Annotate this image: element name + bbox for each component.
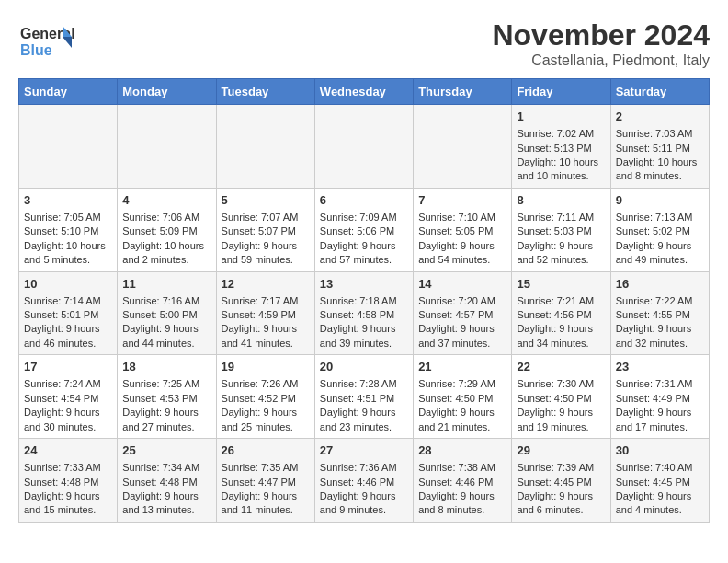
day-cell-2: 2Sunrise: 7:03 AM Sunset: 5:11 PM Daylig…: [610, 105, 709, 189]
empty-cell: [414, 105, 512, 189]
day-header-monday: Monday: [118, 79, 216, 105]
day-cell-25: 25Sunrise: 7:34 AM Sunset: 4:48 PM Dayli…: [118, 439, 216, 523]
header: General Blue November 2024 Castellania, …: [18, 18, 710, 69]
day-info: Sunrise: 7:34 AM Sunset: 4:48 PM Dayligh…: [122, 462, 199, 515]
day-number: 12: [222, 276, 310, 293]
day-cell-14: 14Sunrise: 7:20 AM Sunset: 4:57 PM Dayli…: [414, 271, 512, 355]
day-cell-29: 29Sunrise: 7:39 AM Sunset: 4:45 PM Dayli…: [512, 439, 610, 523]
day-info: Sunrise: 7:05 AM Sunset: 5:10 PM Dayligh…: [24, 212, 106, 265]
day-number: 29: [517, 442, 605, 459]
day-cell-26: 26Sunrise: 7:35 AM Sunset: 4:47 PM Dayli…: [216, 439, 314, 523]
day-cell-7: 7Sunrise: 7:10 AM Sunset: 5:05 PM Daylig…: [414, 188, 512, 271]
calendar-table: SundayMondayTuesdayWednesdayThursdayFrid…: [18, 78, 710, 523]
day-cell-3: 3Sunrise: 7:05 AM Sunset: 5:10 PM Daylig…: [19, 188, 118, 271]
day-number: 19: [222, 359, 310, 375]
day-cell-17: 17Sunrise: 7:24 AM Sunset: 4:54 PM Dayli…: [19, 355, 118, 439]
day-number: 20: [320, 359, 408, 375]
week-row-4: 17Sunrise: 7:24 AM Sunset: 4:54 PM Dayli…: [19, 355, 710, 439]
day-header-sunday: Sunday: [19, 79, 118, 105]
day-info: Sunrise: 7:03 AM Sunset: 5:11 PM Dayligh…: [616, 128, 698, 181]
day-header-saturday: Saturday: [610, 79, 709, 105]
day-info: Sunrise: 7:24 AM Sunset: 4:54 PM Dayligh…: [24, 378, 101, 431]
day-number: 27: [320, 442, 408, 459]
day-number: 24: [24, 442, 112, 459]
day-number: 5: [222, 192, 310, 209]
day-info: Sunrise: 7:13 AM Sunset: 5:02 PM Dayligh…: [616, 212, 693, 265]
day-number: 10: [24, 276, 112, 293]
day-number: 3: [24, 192, 112, 209]
day-header-wednesday: Wednesday: [314, 79, 413, 105]
day-info: Sunrise: 7:21 AM Sunset: 4:56 PM Dayligh…: [517, 295, 594, 349]
location: Castellania, Piedmont, Italy: [492, 52, 710, 69]
week-row-5: 24Sunrise: 7:33 AM Sunset: 4:48 PM Dayli…: [19, 439, 710, 523]
day-info: Sunrise: 7:33 AM Sunset: 4:48 PM Dayligh…: [24, 462, 101, 515]
day-number: 25: [122, 442, 210, 459]
day-info: Sunrise: 7:07 AM Sunset: 5:07 PM Dayligh…: [222, 212, 299, 265]
month-title: November 2024: [492, 18, 710, 52]
day-number: 11: [122, 276, 210, 293]
day-number: 14: [418, 276, 506, 293]
day-cell-12: 12Sunrise: 7:17 AM Sunset: 4:59 PM Dayli…: [216, 271, 314, 355]
empty-cell: [118, 105, 216, 189]
day-info: Sunrise: 7:30 AM Sunset: 4:50 PM Dayligh…: [517, 378, 594, 431]
day-cell-4: 4Sunrise: 7:06 AM Sunset: 5:09 PM Daylig…: [118, 188, 216, 271]
day-cell-13: 13Sunrise: 7:18 AM Sunset: 4:58 PM Dayli…: [314, 271, 413, 355]
day-number: 6: [320, 192, 408, 209]
day-header-thursday: Thursday: [414, 79, 512, 105]
empty-cell: [216, 105, 314, 189]
day-info: Sunrise: 7:40 AM Sunset: 4:45 PM Dayligh…: [616, 462, 693, 515]
empty-cell: [314, 105, 413, 189]
day-cell-1: 1Sunrise: 7:02 AM Sunset: 5:13 PM Daylig…: [512, 105, 610, 189]
day-info: Sunrise: 7:17 AM Sunset: 4:59 PM Dayligh…: [222, 295, 299, 349]
day-number: 9: [616, 192, 704, 209]
day-cell-10: 10Sunrise: 7:14 AM Sunset: 5:01 PM Dayli…: [19, 271, 118, 355]
day-info: Sunrise: 7:14 AM Sunset: 5:01 PM Dayligh…: [24, 295, 101, 349]
header-row: SundayMondayTuesdayWednesdayThursdayFrid…: [19, 79, 710, 105]
day-number: 2: [616, 109, 704, 125]
day-cell-19: 19Sunrise: 7:26 AM Sunset: 4:52 PM Dayli…: [216, 355, 314, 439]
day-cell-8: 8Sunrise: 7:11 AM Sunset: 5:03 PM Daylig…: [512, 188, 610, 271]
week-row-3: 10Sunrise: 7:14 AM Sunset: 5:01 PM Dayli…: [19, 271, 710, 355]
day-number: 30: [616, 442, 704, 459]
day-number: 23: [616, 359, 704, 375]
week-row-2: 3Sunrise: 7:05 AM Sunset: 5:10 PM Daylig…: [19, 188, 710, 271]
day-cell-16: 16Sunrise: 7:22 AM Sunset: 4:55 PM Dayli…: [610, 271, 709, 355]
day-cell-20: 20Sunrise: 7:28 AM Sunset: 4:51 PM Dayli…: [314, 355, 413, 439]
day-number: 13: [320, 276, 408, 293]
day-number: 17: [24, 359, 112, 375]
day-cell-18: 18Sunrise: 7:25 AM Sunset: 4:53 PM Dayli…: [118, 355, 216, 439]
day-cell-30: 30Sunrise: 7:40 AM Sunset: 4:45 PM Dayli…: [610, 439, 709, 523]
day-info: Sunrise: 7:16 AM Sunset: 5:00 PM Dayligh…: [122, 295, 199, 349]
logo: General Blue: [18, 18, 74, 64]
day-info: Sunrise: 7:02 AM Sunset: 5:13 PM Dayligh…: [517, 128, 598, 181]
day-info: Sunrise: 7:25 AM Sunset: 4:53 PM Dayligh…: [122, 378, 199, 431]
day-info: Sunrise: 7:31 AM Sunset: 4:49 PM Dayligh…: [616, 378, 693, 431]
day-info: Sunrise: 7:06 AM Sunset: 5:09 PM Dayligh…: [122, 212, 204, 265]
day-cell-21: 21Sunrise: 7:29 AM Sunset: 4:50 PM Dayli…: [414, 355, 512, 439]
day-cell-23: 23Sunrise: 7:31 AM Sunset: 4:49 PM Dayli…: [610, 355, 709, 439]
day-number: 18: [122, 359, 210, 375]
day-header-tuesday: Tuesday: [216, 79, 314, 105]
logo-icon: General Blue: [18, 18, 74, 64]
empty-cell: [19, 105, 118, 189]
day-cell-22: 22Sunrise: 7:30 AM Sunset: 4:50 PM Dayli…: [512, 355, 610, 439]
day-info: Sunrise: 7:09 AM Sunset: 5:06 PM Dayligh…: [320, 212, 397, 265]
day-number: 7: [418, 192, 506, 209]
day-info: Sunrise: 7:29 AM Sunset: 4:50 PM Dayligh…: [418, 378, 495, 431]
day-info: Sunrise: 7:20 AM Sunset: 4:57 PM Dayligh…: [418, 295, 495, 349]
day-header-friday: Friday: [512, 79, 610, 105]
day-info: Sunrise: 7:22 AM Sunset: 4:55 PM Dayligh…: [616, 295, 693, 349]
day-info: Sunrise: 7:26 AM Sunset: 4:52 PM Dayligh…: [222, 378, 299, 431]
day-number: 21: [418, 359, 506, 375]
day-info: Sunrise: 7:11 AM Sunset: 5:03 PM Dayligh…: [517, 212, 594, 265]
day-cell-6: 6Sunrise: 7:09 AM Sunset: 5:06 PM Daylig…: [314, 188, 413, 271]
day-info: Sunrise: 7:18 AM Sunset: 4:58 PM Dayligh…: [320, 295, 397, 349]
day-cell-27: 27Sunrise: 7:36 AM Sunset: 4:46 PM Dayli…: [314, 439, 413, 523]
day-info: Sunrise: 7:28 AM Sunset: 4:51 PM Dayligh…: [320, 378, 397, 431]
day-cell-15: 15Sunrise: 7:21 AM Sunset: 4:56 PM Dayli…: [512, 271, 610, 355]
week-row-1: 1Sunrise: 7:02 AM Sunset: 5:13 PM Daylig…: [19, 105, 710, 189]
day-info: Sunrise: 7:10 AM Sunset: 5:05 PM Dayligh…: [418, 212, 495, 265]
svg-text:Blue: Blue: [20, 42, 52, 58]
day-info: Sunrise: 7:35 AM Sunset: 4:47 PM Dayligh…: [222, 462, 299, 515]
day-number: 15: [517, 276, 605, 293]
